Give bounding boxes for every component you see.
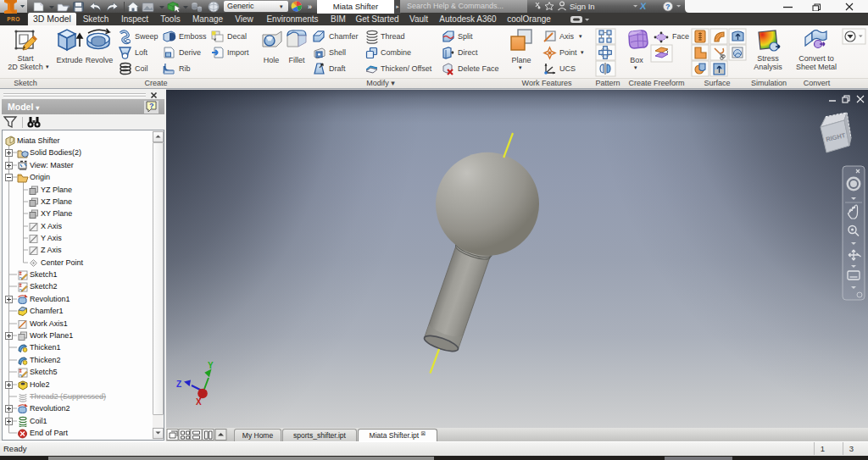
svg-text:Sign In: Sign In (570, 2, 595, 11)
svg-text:?: ? (665, 3, 670, 11)
svg-text:Y: Y (208, 361, 214, 370)
svg-text:»: » (308, 3, 312, 11)
svg-text:X: X (196, 397, 202, 407)
svg-text:Z: Z (176, 380, 181, 389)
